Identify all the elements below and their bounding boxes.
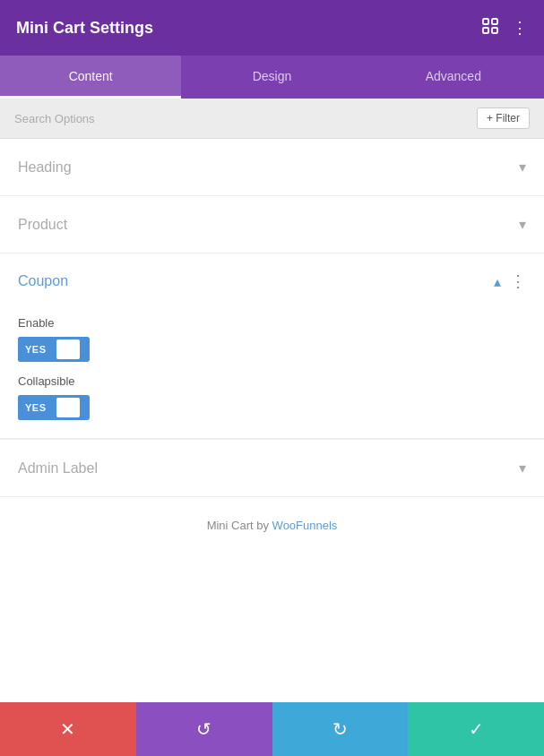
main-content: Heading ▾ Product ▾ Coupon ▴ ⋮ Enable YE… [0,139,544,703]
toggle-yes2-label: YES [18,395,54,420]
coupon-chevron-icon[interactable]: ▴ [494,273,501,290]
collapsible-toggle[interactable]: YES [18,395,90,420]
collapsible-toggle-container: YES [18,395,526,420]
coupon-dots-icon[interactable]: ⋮ [510,271,526,291]
heading-chevron-icon: ▾ [519,159,526,176]
heading-section[interactable]: Heading ▾ [0,139,544,196]
coupon-header: Coupon ▴ ⋮ [0,253,544,304]
svg-rect-3 [492,28,497,33]
heading-label: Heading [18,159,72,176]
tabs-bar: Content Design Advanced [0,56,544,99]
save-button[interactable]: ✓ [408,702,544,756]
product-section[interactable]: Product ▾ [0,196,544,253]
collapsible-label: Collapsible [18,374,526,388]
toggle-yes-label: YES [18,337,54,362]
reset-button[interactable]: ↺ [136,702,272,756]
header: Mini Cart Settings ⋮ [0,0,544,56]
search-bar: Search Options + Filter [0,99,544,139]
admin-chevron-icon: ▾ [519,460,526,477]
dots-icon[interactable]: ⋮ [512,18,528,38]
enable-toggle-container: YES [18,337,526,362]
coupon-label: Coupon [18,273,68,289]
tab-advanced[interactable]: Advanced [363,56,544,99]
svg-rect-0 [483,19,488,24]
enable-label: Enable [18,316,526,330]
admin-label-section[interactable]: Admin Label ▾ [0,440,544,497]
svg-rect-2 [483,28,488,33]
svg-rect-1 [492,19,497,24]
woofunnels-link[interactable]: WooFunnels [272,519,338,532]
tab-content[interactable]: Content [0,56,181,99]
header-icons: ⋮ [481,17,528,39]
admin-label: Admin Label [18,460,98,477]
page-title: Mini Cart Settings [16,19,153,38]
refresh-button[interactable]: ↻ [272,702,409,756]
tab-design[interactable]: Design [181,56,362,99]
product-chevron-icon: ▾ [519,216,526,233]
action-bar: ✕ ↺ ↻ ✓ [0,702,544,756]
toggle-handle [56,339,80,359]
target-icon[interactable] [481,17,499,39]
enable-toggle[interactable]: YES [18,337,90,362]
toggle-handle2 [56,398,80,417]
coupon-actions: ▴ ⋮ [494,271,526,291]
product-label: Product [18,217,67,233]
cancel-button[interactable]: ✕ [0,702,136,756]
filter-button[interactable]: + Filter [477,107,530,129]
search-placeholder: Search Options [14,112,95,125]
coupon-body: Enable YES Collapsible YES [0,316,544,439]
footer-credit: Mini Cart by WooFunnels [0,497,544,541]
coupon-section: Coupon ▴ ⋮ Enable YES Collapsible YES [0,253,544,440]
